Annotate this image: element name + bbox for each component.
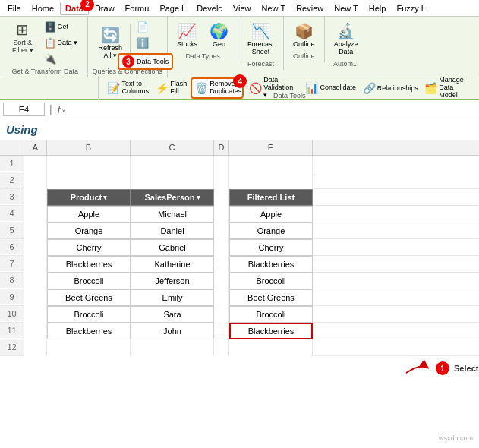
- filtered-cell[interactable]: Orange: [229, 222, 313, 239]
- edit-links-btn[interactable]: 🔗: [134, 51, 161, 66]
- menu-develc[interactable]: Develc: [192, 2, 227, 14]
- table-row: 4 Apple Michael Apple: [0, 206, 479, 222]
- fx-label: ƒₓ: [57, 104, 66, 115]
- refresh-all-btn[interactable]: 🔄 RefreshAll ▾: [94, 23, 128, 62]
- table-row: 11 Blackberries John Blackberries: [0, 323, 479, 339]
- title-row: Using: [0, 118, 479, 140]
- menu-file[interactable]: File: [3, 2, 26, 14]
- outline-group: 📦 Outline Outline: [284, 17, 325, 62]
- product-cell[interactable]: Cherry: [47, 239, 131, 256]
- menu-draw[interactable]: Draw: [90, 2, 119, 14]
- manage-data-btn[interactable]: 🗂️ ManageData Model: [421, 77, 475, 99]
- salesperson-filter-icon[interactable]: ▾: [197, 194, 200, 201]
- formula-bar: | ƒₓ: [0, 100, 479, 118]
- analyze-label: Autom...: [329, 60, 363, 68]
- product-cell[interactable]: Blackberries: [47, 256, 131, 273]
- queries-connections-btn[interactable]: 📄: [134, 19, 161, 34]
- product-cell[interactable]: Orange: [47, 222, 131, 239]
- menu-view[interactable]: View: [228, 2, 256, 14]
- remove-duplicates-btn[interactable]: 🗑️ RemoveDuplicates 4: [191, 77, 244, 99]
- data-types-group: 📈 Stocks 🌍 Geo Data Types: [168, 17, 238, 62]
- outline-label: Outline: [288, 52, 320, 60]
- col-a-header: A: [24, 140, 47, 155]
- salesperson-header: SalesPerson ▾: [131, 189, 214, 206]
- link-icon: 🔗: [137, 53, 149, 65]
- table-row: 5 Orange Daniel Orange: [0, 222, 479, 239]
- sheet-title: Using: [6, 123, 38, 136]
- consolidate-btn[interactable]: 📊 Consolidate: [301, 77, 357, 99]
- salesperson-cell[interactable]: Emily: [131, 289, 214, 306]
- product-cell[interactable]: Broccoli: [47, 273, 131, 289]
- arrow-icon: [402, 359, 433, 377]
- filtered-cell[interactable]: Apple: [229, 206, 313, 222]
- product-cell[interactable]: Apple: [47, 206, 131, 222]
- menu-formu[interactable]: Formu: [121, 2, 154, 14]
- sort-filter-icon: ⊞: [16, 22, 29, 37]
- salesperson-cell[interactable]: Jefferson: [131, 273, 214, 289]
- menu-data[interactable]: Data 2: [60, 2, 89, 15]
- forecast-group: 📉 ForecastSheet Forecast: [238, 17, 284, 70]
- filtered-cell[interactable]: Broccoli: [229, 273, 313, 289]
- flash-fill-btn[interactable]: ⚡ FlashFill: [152, 77, 189, 99]
- menu-newt1[interactable]: New T: [257, 2, 291, 14]
- queries-group: 🔄 RefreshAll ▾ 📄 ℹ️ 🔗 Queries & Conn: [88, 17, 169, 77]
- salesperson-cell[interactable]: Michael: [131, 206, 214, 222]
- name-box[interactable]: [3, 103, 45, 116]
- connections-icon: 🔌: [44, 53, 56, 65]
- filtered-cell[interactable]: Cherry: [229, 239, 313, 256]
- filtered-cell-last[interactable]: Blackberries: [229, 323, 313, 339]
- data-tools-label: Data Tools: [273, 92, 305, 99]
- geo-btn[interactable]: 🌍 Geo: [205, 19, 233, 51]
- database-icon: 🗄️: [44, 21, 56, 33]
- outline-btn[interactable]: 📦 Outline: [288, 19, 320, 51]
- menu-pagel[interactable]: Page L: [155, 2, 191, 14]
- get-data3-btn[interactable]: 🔌: [41, 51, 83, 66]
- menu-home[interactable]: Home: [27, 2, 58, 14]
- product-cell[interactable]: Broccoli: [47, 306, 131, 323]
- table-icon: 📋: [44, 37, 56, 49]
- flash-fill-icon: ⚡: [156, 82, 169, 94]
- analyze-icon: 🔬: [336, 22, 355, 40]
- formula-sep: |: [48, 103, 54, 115]
- forecast-icon: 📉: [251, 22, 270, 40]
- text-to-columns-btn[interactable]: 📝 Text toColumns: [103, 77, 150, 99]
- get-data-btn[interactable]: 🗄️ Get: [41, 19, 83, 34]
- consolidate-icon: 📊: [305, 82, 318, 94]
- get-data2-btn[interactable]: 📋 Data ▾: [41, 35, 83, 50]
- product-header: Product ▾: [47, 189, 131, 206]
- salesperson-cell[interactable]: Gabriel: [131, 239, 214, 256]
- menu-review[interactable]: Review: [291, 2, 328, 14]
- menu-newt2[interactable]: New T: [329, 2, 363, 14]
- relationships-btn[interactable]: 🔗 Relationships: [359, 77, 419, 99]
- forecast-btn[interactable]: 📉 ForecastSheet: [243, 19, 279, 58]
- product-cell[interactable]: Blackberries: [47, 323, 131, 339]
- properties-icon: ℹ️: [137, 37, 149, 49]
- formula-input[interactable]: [71, 105, 476, 114]
- filtered-cell[interactable]: Blackberries: [229, 256, 313, 273]
- step1-badge: 1: [436, 361, 449, 375]
- analyze-btn[interactable]: 🔬 AnalyzeData: [329, 19, 363, 58]
- table-row: 10 Broccoli Sara Broccoli: [0, 306, 479, 323]
- salesperson-cell[interactable]: John: [131, 323, 214, 339]
- salesperson-cell[interactable]: Katherine: [131, 256, 214, 273]
- rel-icon: 🔗: [363, 82, 376, 94]
- stocks-btn[interactable]: 📈 Stocks: [172, 19, 202, 51]
- properties-btn[interactable]: ℹ️: [134, 35, 161, 50]
- stocks-icon: 📈: [178, 22, 197, 40]
- product-cell[interactable]: Beet Greens: [47, 289, 131, 306]
- salesperson-cell[interactable]: Daniel: [131, 222, 214, 239]
- col-d-header: D: [214, 140, 229, 155]
- product-filter-icon[interactable]: ▾: [103, 194, 107, 201]
- filtered-list-header: Filtered List: [229, 189, 313, 206]
- queries-icon: 📄: [137, 21, 149, 33]
- sort-filter-btn[interactable]: ⊞ Sort &Filter ▾: [8, 19, 38, 57]
- filtered-cell[interactable]: Beet Greens: [229, 289, 313, 306]
- col-b-header: B: [47, 140, 131, 155]
- col-e-header: E: [229, 140, 313, 155]
- salesperson-cell[interactable]: Sara: [131, 306, 214, 323]
- table-row: 3 Product ▾ SalesPerson ▾ Filtered List: [0, 189, 479, 206]
- menu-fuzzy[interactable]: Fuzzy L: [392, 2, 430, 14]
- filtered-cell[interactable]: Broccoli: [229, 306, 313, 323]
- corner-cell: [0, 140, 24, 155]
- menu-help[interactable]: Help: [364, 2, 391, 14]
